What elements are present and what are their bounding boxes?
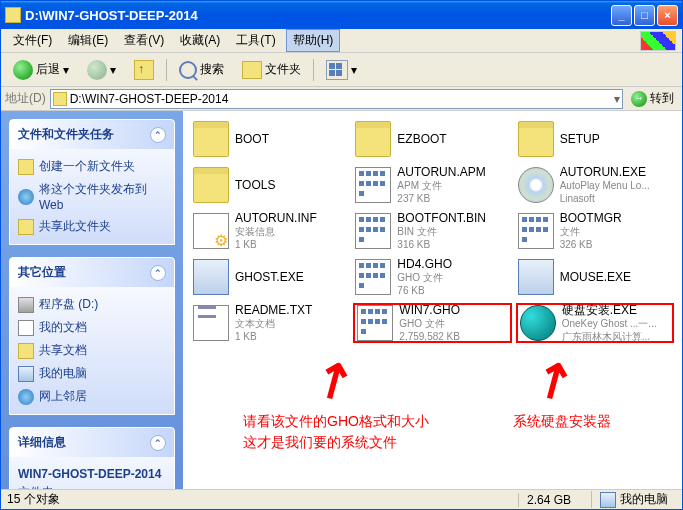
views-button[interactable]: ▾ bbox=[320, 57, 363, 83]
close-button[interactable]: × bbox=[657, 5, 678, 26]
details-header[interactable]: 详细信息⌃ bbox=[10, 428, 174, 457]
menu-help[interactable]: 帮助(H) bbox=[286, 29, 341, 52]
file-name: GHOST.EXE bbox=[235, 270, 304, 285]
minimize-button[interactable]: _ bbox=[611, 5, 632, 26]
cfg-icon bbox=[193, 213, 229, 249]
file-view[interactable]: BOOTEZBOOTSETUPTOOLSAUTORUN.APMAPM 文件237… bbox=[183, 111, 682, 489]
share-icon bbox=[18, 219, 34, 235]
menu-view[interactable]: 查看(V) bbox=[118, 30, 170, 51]
task-publish-web[interactable]: 将这个文件夹发布到 Web bbox=[14, 178, 170, 215]
file-name: 硬盘安装.EXE bbox=[562, 303, 657, 318]
file-name: AUTORUN.APM bbox=[397, 165, 485, 180]
place-shared-docs[interactable]: 共享文档 bbox=[14, 339, 170, 362]
file-name: BOOTFONT.BIN bbox=[397, 211, 486, 226]
folder-icon bbox=[53, 92, 67, 106]
maximize-button[interactable]: □ bbox=[634, 5, 655, 26]
address-input[interactable]: D:\WIN7-GHOST-DEEP-2014 ▾ bbox=[50, 89, 623, 109]
new-folder-icon bbox=[18, 159, 34, 175]
file-type: 文件 bbox=[560, 226, 622, 239]
annotation-left: 请看该文件的GHO格式和大小 这才是我们要的系统文件 bbox=[243, 411, 429, 453]
toolbar: 后退 ▾ ▾ 搜索 文件夹 ▾ bbox=[1, 53, 682, 87]
forward-button[interactable]: ▾ bbox=[81, 57, 122, 83]
menu-tools[interactable]: 工具(T) bbox=[230, 30, 281, 51]
annotation-arrow-right: ↗ bbox=[522, 345, 585, 413]
place-drive-d[interactable]: 程序盘 (D:) bbox=[14, 293, 170, 316]
back-button[interactable]: 后退 ▾ bbox=[7, 57, 75, 83]
file-item-boot[interactable]: BOOT bbox=[191, 119, 349, 159]
statusbar: 15 个对象 2.64 GB 我的电脑 bbox=[1, 489, 682, 509]
web-icon bbox=[18, 189, 34, 205]
file-size: 326 KB bbox=[560, 239, 622, 252]
other-places-header[interactable]: 其它位置⌃ bbox=[10, 258, 174, 287]
place-my-computer[interactable]: 我的电脑 bbox=[14, 362, 170, 385]
file-size: 76 KB bbox=[397, 285, 452, 298]
menu-file[interactable]: 文件(F) bbox=[7, 30, 58, 51]
search-button[interactable]: 搜索 bbox=[173, 58, 230, 82]
file-name: WIN7.GHO bbox=[399, 303, 460, 318]
details-name: WIN7-GHOST-DEEP-2014 bbox=[18, 465, 166, 483]
file-item-setup[interactable]: SETUP bbox=[516, 119, 674, 159]
place-my-documents[interactable]: 我的文档 bbox=[14, 316, 170, 339]
status-location: 我的电脑 bbox=[591, 491, 676, 508]
task-new-folder[interactable]: 创建一个新文件夹 bbox=[14, 155, 170, 178]
file-item-mouse-exe[interactable]: MOUSE.EXE bbox=[516, 257, 674, 297]
address-bar: 地址(D) D:\WIN7-GHOST-DEEP-2014 ▾ 转到 bbox=[1, 87, 682, 111]
up-button[interactable] bbox=[128, 57, 160, 83]
file-name: SETUP bbox=[560, 132, 600, 147]
dropdown-icon[interactable]: ▾ bbox=[614, 92, 620, 106]
computer-icon bbox=[18, 366, 34, 382]
exe-icon bbox=[518, 259, 554, 295]
file-item-ezboot[interactable]: EZBOOT bbox=[353, 119, 511, 159]
menu-edit[interactable]: 编辑(E) bbox=[62, 30, 114, 51]
file-item-ghost-exe[interactable]: GHOST.EXE bbox=[191, 257, 349, 297]
file-name: README.TXT bbox=[235, 303, 312, 318]
tasks-sidebar: 文件和文件夹任务⌃ 创建一个新文件夹 将这个文件夹发布到 Web 共享此文件夹 … bbox=[1, 111, 183, 489]
task-share[interactable]: 共享此文件夹 bbox=[14, 215, 170, 238]
file-item-autorun-apm[interactable]: AUTORUN.APMAPM 文件237 KB bbox=[353, 165, 511, 205]
file-size: 1 KB bbox=[235, 331, 312, 344]
back-icon bbox=[13, 60, 33, 80]
address-label: 地址(D) bbox=[5, 90, 46, 107]
fld-icon bbox=[193, 121, 229, 157]
folders-icon bbox=[242, 61, 262, 79]
collapse-icon[interactable]: ⌃ bbox=[150, 265, 166, 281]
fld-icon bbox=[193, 167, 229, 203]
file-size: 237 KB bbox=[397, 193, 485, 206]
windows-logo-icon bbox=[640, 31, 676, 51]
file-item-win7-gho[interactable]: WIN7.GHOGHO 文件2,759,582 KB bbox=[353, 303, 511, 343]
file-item-autorun-exe[interactable]: AUTORUN.EXEAutoPlay Menu Lo...Linasoft bbox=[516, 165, 674, 205]
inst-icon bbox=[520, 305, 556, 341]
file-type: APM 文件 bbox=[397, 180, 485, 193]
file-item-readme-txt[interactable]: README.TXT文本文档1 KB bbox=[191, 303, 349, 343]
forward-icon bbox=[87, 60, 107, 80]
file-tasks-header[interactable]: 文件和文件夹任务⌃ bbox=[10, 120, 174, 149]
status-count: 15 个对象 bbox=[7, 491, 60, 508]
file-type: AutoPlay Menu Lo... bbox=[560, 180, 650, 193]
folder-icon bbox=[5, 7, 21, 23]
address-value: D:\WIN7-GHOST-DEEP-2014 bbox=[70, 92, 229, 106]
file-item-bootmgr[interactable]: BOOTMGR文件326 KB bbox=[516, 211, 674, 251]
file-item-tools[interactable]: TOOLS bbox=[191, 165, 349, 205]
drive-icon bbox=[18, 297, 34, 313]
cd-icon bbox=[518, 167, 554, 203]
gho-icon bbox=[357, 305, 393, 341]
file-item-bootfont-bin[interactable]: BOOTFONT.BINBIN 文件316 KB bbox=[353, 211, 511, 251]
place-network[interactable]: 网上邻居 bbox=[14, 385, 170, 408]
fld-icon bbox=[355, 121, 391, 157]
file-type: GHO 文件 bbox=[399, 318, 460, 331]
file-name: BOOT bbox=[235, 132, 269, 147]
go-button[interactable]: 转到 bbox=[627, 90, 678, 107]
file-size: Linasoft bbox=[560, 193, 650, 206]
file-item-hd4-gho[interactable]: HD4.GHOGHO 文件76 KB bbox=[353, 257, 511, 297]
folders-button[interactable]: 文件夹 bbox=[236, 58, 307, 82]
titlebar[interactable]: D:\WIN7-GHOST-DEEP-2014 _ □ × bbox=[1, 1, 682, 29]
collapse-icon[interactable]: ⌃ bbox=[150, 435, 166, 451]
shared-icon bbox=[18, 343, 34, 359]
menu-favorites[interactable]: 收藏(A) bbox=[174, 30, 226, 51]
separator bbox=[166, 59, 167, 81]
collapse-icon[interactable]: ⌃ bbox=[150, 127, 166, 143]
file-item-autorun-inf[interactable]: AUTORUN.INF安装信息1 KB bbox=[191, 211, 349, 251]
file-size: 316 KB bbox=[397, 239, 486, 252]
file-item--exe[interactable]: 硬盘安装.EXEOneKey Ghost ...一...广东雨林木风计算... bbox=[516, 303, 674, 343]
file-name: HD4.GHO bbox=[397, 257, 452, 272]
